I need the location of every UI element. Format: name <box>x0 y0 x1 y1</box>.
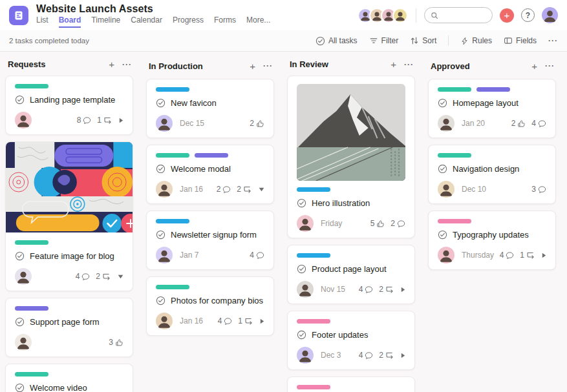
add-task-button[interactable]: + <box>250 61 255 71</box>
count: 2 <box>96 272 100 281</box>
current-user-avatar[interactable] <box>542 7 558 23</box>
complete-checkmark-icon[interactable] <box>297 330 306 340</box>
person-silhouette-icon <box>15 334 32 351</box>
column-menu-button[interactable]: ··· <box>545 62 555 70</box>
comments-count: 4 <box>500 251 515 260</box>
thumbs-up-icon <box>115 338 123 347</box>
task-card[interactable]: Support page form3 <box>5 298 133 357</box>
task-card[interactable]: Hero illustrationFriday52 <box>287 76 415 238</box>
tab-list[interactable]: List <box>36 15 48 28</box>
expand-subtasks-button[interactable] <box>542 253 546 258</box>
task-card[interactable]: Homepage layoutJan 2024 <box>428 79 556 138</box>
task-title: Footer updates <box>312 330 368 340</box>
tab-more[interactable]: More... <box>246 15 270 28</box>
tag-green <box>15 240 48 245</box>
complete-checkmark-icon[interactable] <box>15 383 25 392</box>
task-card[interactable]: Photos for company biosJan 1641 <box>146 276 274 336</box>
count: 1 <box>238 316 242 325</box>
subtasks-count: 2 <box>379 285 394 294</box>
tab-board[interactable]: Board <box>59 15 81 28</box>
task-title: Typography updates <box>453 230 529 240</box>
task-card[interactable]: Welcome video <box>5 364 133 392</box>
comments-count: 4 <box>531 119 546 128</box>
comments-count: 4 <box>218 316 233 325</box>
column-menu-button[interactable]: ··· <box>263 62 273 70</box>
expand-subtasks-button[interactable] <box>260 318 264 324</box>
task-card[interactable]: New faviconDec 152 <box>146 79 274 138</box>
task-card[interactable] <box>287 377 415 392</box>
tag-row <box>156 87 264 92</box>
expand-subtasks-button[interactable] <box>119 118 123 123</box>
complete-checkmark-icon[interactable] <box>438 98 447 108</box>
task-stats: 42 <box>359 351 405 360</box>
due-date: Dec 15 <box>180 119 204 128</box>
task-card[interactable]: Feature image for blog42 <box>5 141 133 291</box>
tab-calendar[interactable]: Calendar <box>131 15 162 28</box>
assignee-avatar <box>15 112 32 129</box>
complete-checkmark-icon[interactable] <box>15 317 25 327</box>
subtask-icon <box>103 116 112 125</box>
complete-checkmark-icon[interactable] <box>297 198 306 208</box>
expand-subtasks-button[interactable] <box>401 287 405 293</box>
card-list: Hero illustrationFriday52Product page la… <box>287 76 415 392</box>
expand-subtasks-button[interactable] <box>118 274 123 279</box>
column-menu-button[interactable]: ··· <box>122 61 132 68</box>
task-card[interactable]: Typography updatesThursday41 <box>428 211 556 270</box>
board: Requests+···Landing page template81Featu… <box>0 52 567 392</box>
column-menu-button[interactable]: ··· <box>404 61 414 68</box>
task-title-row: Product page layout <box>297 264 405 274</box>
person-silhouette-icon <box>438 247 455 263</box>
task-title: Navigation design <box>453 164 519 174</box>
add-task-button[interactable]: + <box>531 61 537 71</box>
complete-checkmark-icon[interactable] <box>297 264 306 274</box>
tag-green <box>156 285 189 289</box>
filter-button[interactable]: Filter <box>369 36 399 45</box>
create-button[interactable]: + <box>500 8 514 23</box>
count: 4 <box>359 285 363 294</box>
expand-subtasks-button[interactable] <box>259 187 264 192</box>
complete-checkmark-icon[interactable] <box>156 230 166 240</box>
add-task-button[interactable]: + <box>390 59 396 69</box>
task-title: Landing page template <box>30 95 115 105</box>
project-icon[interactable] <box>9 6 28 25</box>
task-card[interactable]: Newsletter signup formJan 74 <box>146 211 274 270</box>
add-task-button[interactable]: + <box>109 59 114 69</box>
complete-checkmark-icon[interactable] <box>156 296 166 305</box>
subtasks-count: 2 <box>96 272 111 281</box>
due-date: Thursday <box>462 251 494 260</box>
expand-subtasks-button[interactable] <box>401 353 405 358</box>
task-card[interactable]: Product page layoutNov 1542 <box>287 245 415 304</box>
collaborator-avatar[interactable] <box>392 8 408 23</box>
complete-checkmark-icon[interactable] <box>438 164 447 174</box>
task-card[interactable]: Footer updatesDec 342 <box>287 311 415 370</box>
task-card[interactable]: Navigation designDec 103 <box>428 145 556 204</box>
task-card[interactable]: Welcome modalJan 1622 <box>146 145 274 204</box>
tab-timeline[interactable]: Timeline <box>91 15 120 28</box>
person-silhouette-icon <box>438 115 455 132</box>
comment-icon <box>397 220 405 228</box>
rules-button[interactable]: Rules <box>460 36 492 45</box>
help-button[interactable]: ? <box>521 8 535 22</box>
count: 3 <box>531 185 536 194</box>
due-date: Jan 20 <box>462 119 485 128</box>
assignee-avatar <box>297 347 314 364</box>
task-stats: 3 <box>109 338 123 347</box>
complete-checkmark-icon[interactable] <box>15 95 25 105</box>
search-input[interactable] <box>442 11 486 20</box>
comments-count: 4 <box>76 272 91 281</box>
task-card[interactable]: Landing page template81 <box>5 76 133 135</box>
tab-progress[interactable]: Progress <box>173 15 204 28</box>
tab-forms[interactable]: Forms <box>214 15 236 28</box>
complete-checkmark-icon[interactable] <box>156 98 166 108</box>
person-silhouette-icon <box>156 313 173 329</box>
complete-checkmark-icon[interactable] <box>15 251 25 261</box>
card-list: Landing page template81Feature image for… <box>5 76 133 392</box>
sort-button[interactable]: Sort <box>410 36 436 45</box>
all-tasks-button[interactable]: All tasks <box>316 36 358 46</box>
search-box[interactable] <box>424 7 493 23</box>
more-options-button[interactable]: ··· <box>548 36 558 45</box>
task-title: Feature image for blog <box>30 251 114 261</box>
complete-checkmark-icon[interactable] <box>156 164 166 174</box>
fields-button[interactable]: Fields <box>504 36 537 45</box>
complete-checkmark-icon[interactable] <box>438 230 447 240</box>
